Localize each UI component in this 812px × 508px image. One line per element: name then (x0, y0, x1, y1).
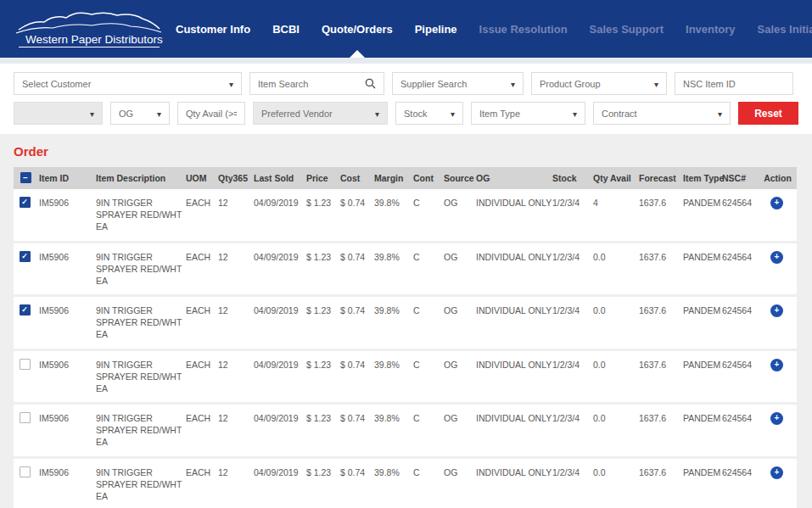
col-last-sold: Last Sold (254, 167, 306, 189)
row-checkbox[interactable] (20, 304, 31, 315)
add-item-button[interactable] (770, 197, 783, 209)
cell-nsc: 624564 (722, 405, 760, 456)
product-group-label: Product Group (540, 79, 654, 89)
order-title: Order (14, 144, 798, 159)
table-row: IM5906 9IN TRIGGER SPRAYER RED/WHT EA EA… (14, 297, 797, 351)
nav-item-issue-resolution[interactable]: Issue Resolution (468, 0, 579, 58)
cell-price: $ 1.23 (306, 297, 340, 349)
row-checkbox[interactable] (20, 412, 31, 423)
chevron-down-icon (90, 109, 94, 119)
nav-item-sales-initiatives[interactable]: Sales Initiatives (747, 0, 812, 58)
stock-select[interactable]: Stock (395, 102, 463, 125)
cell-item-type: PANDEM (683, 297, 722, 349)
select-all-checkbox[interactable] (20, 172, 31, 183)
col-cost: Cost (340, 167, 374, 189)
col-item-id: Item ID (39, 167, 96, 189)
nsc-item-id-input[interactable] (683, 79, 785, 89)
cell-uom: EACH (186, 351, 218, 403)
row-checkbox[interactable] (20, 359, 31, 370)
cell-item-type: PANDEM (683, 243, 722, 295)
cell-og: INDIVIDUAL ONLY (476, 405, 552, 456)
nav-item-sales-support[interactable]: Sales Support (579, 0, 675, 58)
cell-cont: C (413, 351, 444, 403)
stock-select-label: Stock (404, 109, 451, 119)
add-item-button[interactable] (770, 412, 783, 425)
row-checkbox[interactable] (20, 251, 31, 262)
cell-cost: $ 0.74 (340, 297, 374, 349)
cell-item-id: IM5906 (39, 351, 96, 403)
empty-filter-select[interactable] (14, 102, 103, 125)
cell-stock: 1/2/3/4 (552, 243, 593, 295)
contract-select[interactable]: Contract (593, 102, 731, 125)
cell-qty365: 12 (218, 189, 254, 241)
preferred-vendor-select[interactable]: Preferred Vendor (253, 102, 388, 125)
supplier-search-select[interactable]: Supplier Search (392, 72, 524, 95)
cell-nsc: 624564 (722, 459, 760, 508)
table-row: IM5906 9IN TRIGGER SPRAYER RED/WHT EA EA… (14, 189, 797, 243)
add-item-button[interactable] (770, 304, 783, 317)
cell-og: INDIVIDUAL ONLY (476, 297, 552, 349)
table-row: IM5906 9IN TRIGGER SPRAYER RED/WHT EA EA… (14, 405, 797, 459)
cell-stock: 1/2/3/4 (552, 297, 593, 349)
cell-item-description: 9IN TRIGGER SPRAYER RED/WHT EA (96, 459, 186, 508)
cell-qty365: 12 (218, 405, 254, 456)
item-search-input[interactable] (258, 79, 365, 89)
col-qty-avail: Qty Avail (593, 167, 639, 189)
col-price: Price (306, 167, 340, 189)
cell-forecast: 1637.6 (639, 351, 683, 403)
cell-item-id: IM5906 (39, 243, 96, 295)
company-logo[interactable]: Western Paper Distributors (14, 4, 165, 53)
col-qty365: Qty365 (218, 167, 254, 189)
cell-last-sold: 04/09/2019 (254, 351, 306, 403)
nav-item-bcbi[interactable]: BCBI (261, 0, 311, 58)
qty-avail-input[interactable] (186, 109, 237, 119)
add-item-button[interactable] (770, 466, 783, 479)
add-item-button[interactable] (770, 359, 783, 371)
cell-forecast: 1637.6 (639, 243, 683, 295)
cell-forecast: 1637.6 (639, 297, 683, 349)
cell-item-type: PANDEM (683, 189, 722, 241)
cell-cost: $ 0.74 (340, 405, 374, 456)
table-row: IM5906 9IN TRIGGER SPRAYER RED/WHT EA EA… (14, 243, 797, 298)
nsc-item-id-input-wrap (675, 72, 793, 95)
col-cont: Cont (413, 167, 444, 189)
cell-item-type: PANDEM (683, 351, 722, 403)
cell-qty-avail: 0.0 (593, 459, 639, 508)
add-item-button[interactable] (770, 251, 783, 264)
col-action: Action (760, 167, 797, 189)
nav-item-inventory[interactable]: Inventory (675, 0, 747, 58)
cell-stock: 1/2/3/4 (552, 189, 593, 241)
cell-cont: C (413, 297, 444, 349)
cell-margin: 39.8% (374, 351, 413, 403)
table-body: IM5906 9IN TRIGGER SPRAYER RED/WHT EA EA… (14, 189, 798, 508)
nav-item-pipeline[interactable]: Pipeline (404, 0, 468, 58)
cell-qty365: 12 (218, 459, 254, 508)
cell-last-sold: 04/09/2019 (254, 243, 306, 295)
search-icon[interactable] (365, 78, 376, 89)
qty-avail-input-wrap (177, 102, 245, 125)
og-select[interactable]: OG (110, 102, 170, 125)
col-margin: Margin (374, 167, 413, 189)
row-checkbox[interactable] (20, 197, 31, 208)
chevron-down-icon (718, 109, 722, 119)
cell-og: INDIVIDUAL ONLY (476, 243, 552, 295)
logo-text: Western Paper Distributors (25, 33, 163, 46)
cell-uom: EACH (186, 405, 218, 456)
og-select-label: OG (119, 109, 157, 119)
nav-item-customer-info[interactable]: Customer Info (165, 0, 261, 58)
item-search-input-wrap (249, 72, 384, 95)
customer-select-label: Select Customer (22, 79, 229, 89)
product-group-select[interactable]: Product Group (531, 72, 667, 95)
nav-item-quote-orders[interactable]: Quote/Orders (311, 0, 404, 58)
cell-nsc: 624564 (722, 297, 760, 349)
cell-qty-avail: 0.0 (593, 351, 639, 403)
row-checkbox[interactable] (20, 466, 31, 477)
cell-qty-avail: 0.0 (593, 297, 639, 349)
cell-item-type: PANDEM (683, 459, 722, 508)
cell-item-description: 9IN TRIGGER SPRAYER RED/WHT EA (96, 243, 186, 295)
chevron-down-icon (157, 109, 161, 119)
item-type-select[interactable]: Item Type (471, 102, 585, 125)
order-section: Order Item ID Item Description UOM Qty36… (0, 134, 812, 508)
reset-button[interactable]: Reset (738, 102, 798, 125)
customer-select[interactable]: Select Customer (14, 72, 242, 95)
